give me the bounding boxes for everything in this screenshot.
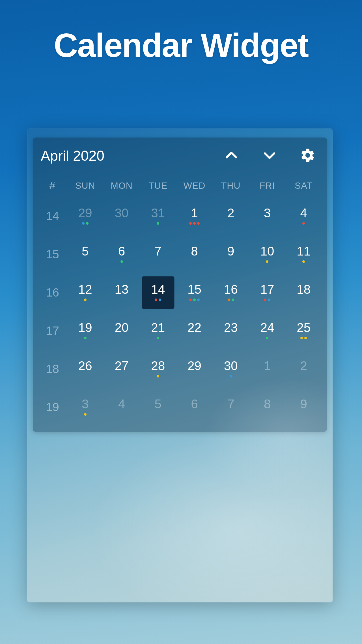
day-number: 7 [155,245,161,257]
event-dots [264,299,270,302]
event-dots [82,222,89,226]
day-number: 13 [115,283,129,296]
day-number: 19 [78,321,92,334]
day-cell[interactable]: 2 [285,350,322,388]
day-number: 8 [191,245,198,257]
day-cell[interactable]: 15 [176,273,213,312]
event-dot [189,222,192,225]
day-cell[interactable]: 31 [140,197,176,235]
day-number: 20 [115,321,129,334]
day-cell[interactable]: 9 [285,388,322,426]
event-dot [230,375,232,377]
day-cell[interactable]: 6 [176,388,213,426]
day-number: 24 [260,321,274,334]
event-dot [197,299,200,301]
day-header-wed: WED [176,174,213,197]
day-cell[interactable]: 26 [67,350,104,388]
day-cell[interactable]: 11 [285,235,322,273]
day-cell[interactable]: 3 [67,388,104,426]
calendar-grid: # SUN MON TUE WED THU FRI SAT 1429303112… [38,174,322,426]
day-cell[interactable]: 29 [176,350,213,388]
event-dot [228,299,230,301]
day-cell[interactable]: 5 [140,388,176,426]
event-dots [155,299,161,302]
day-cell[interactable]: 4 [104,388,140,426]
widget-header: April 2020 [38,138,322,174]
day-number: 12 [78,283,92,296]
event-dots [84,413,87,417]
event-dot [302,260,305,263]
next-month-button[interactable] [258,145,281,167]
day-header-sat: SAT [285,174,322,197]
day-number: 21 [151,321,165,334]
day-cell[interactable]: 10 [249,235,286,273]
day-cell[interactable]: 28 [140,350,176,388]
day-number: 25 [297,321,311,334]
day-cell[interactable]: 18 [285,273,322,312]
day-cell[interactable]: 4 [285,197,322,235]
event-dot [84,337,87,339]
day-cell[interactable]: 1 [176,197,213,235]
day-number: 23 [224,321,238,334]
day-cell[interactable]: 9 [213,235,249,273]
day-cell[interactable]: 3 [249,197,286,235]
settings-button[interactable] [296,145,319,167]
month-label[interactable]: April 2020 [41,148,204,164]
day-cell[interactable]: 1 [249,350,286,388]
prev-month-button[interactable] [220,145,243,167]
event-dot [155,299,157,301]
phone-frame: April 2020 # SUN MON TUE WED [27,128,333,602]
day-number: 5 [155,398,161,410]
day-cell[interactable]: 27 [104,350,140,388]
event-dot [268,299,270,301]
day-cell[interactable]: 7 [140,235,176,273]
event-dot [264,299,266,301]
day-number: 4 [118,398,125,410]
day-cell[interactable]: 14 [140,273,176,312]
day-cell[interactable]: 16 [213,273,249,312]
event-dots [302,222,305,226]
week-number: 15 [38,235,67,273]
day-number: 9 [227,245,234,257]
day-cell[interactable]: 17 [249,273,286,312]
day-number: 28 [151,360,165,372]
day-cell[interactable]: 12 [67,273,104,312]
day-number: 5 [82,245,89,257]
day-cell[interactable]: 22 [176,312,213,350]
day-cell[interactable]: 21 [140,312,176,350]
day-cell[interactable]: 20 [104,312,140,350]
event-dot [300,337,303,339]
event-dot [302,222,305,225]
day-cell[interactable]: 29 [67,197,104,235]
day-cell[interactable]: 8 [176,235,213,273]
day-number: 1 [191,207,198,219]
event-dots [84,299,87,302]
event-dot [159,299,161,301]
day-header-tue: TUE [140,174,176,197]
event-dot [157,337,159,339]
day-cell[interactable]: 25 [285,312,322,350]
day-number: 17 [260,283,274,296]
day-cell[interactable]: 19 [67,312,104,350]
day-cell[interactable]: 30 [213,350,249,388]
day-cell[interactable]: 5 [67,235,104,273]
day-number: 8 [264,398,271,410]
day-cell[interactable]: 6 [104,235,140,273]
day-cell[interactable]: 30 [104,197,140,235]
day-cell[interactable]: 23 [213,312,249,350]
event-dot [197,222,200,225]
day-number: 29 [188,360,201,372]
event-dot [193,222,196,225]
event-dots [189,222,200,226]
day-cell[interactable]: 7 [213,388,249,426]
event-dots [230,375,232,378]
day-cell[interactable]: 2 [213,197,249,235]
day-cell[interactable]: 8 [249,388,286,426]
day-cell[interactable]: 24 [249,312,286,350]
day-number: 4 [300,207,307,219]
day-number: 3 [264,207,271,219]
event-dots [266,337,268,340]
day-cell[interactable]: 13 [104,273,140,312]
week-number: 14 [38,197,67,235]
event-dots [300,337,307,340]
